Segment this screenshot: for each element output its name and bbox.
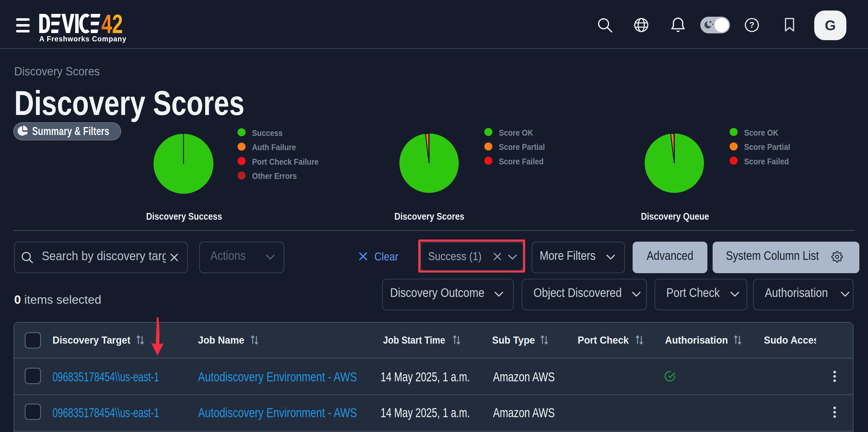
- svg-text:?: ?: [749, 21, 755, 30]
- svg-text:42: 42: [101, 9, 123, 39]
